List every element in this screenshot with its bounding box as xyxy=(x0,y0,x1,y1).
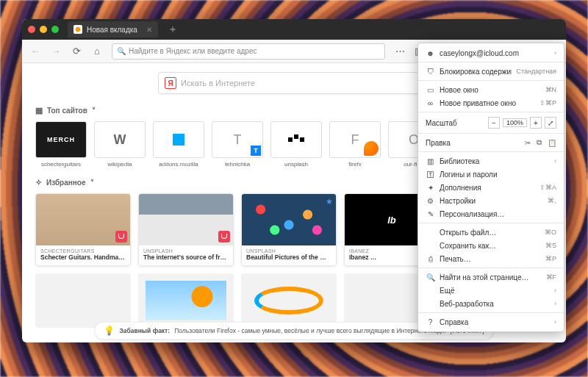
zoom-value: 100% xyxy=(503,118,527,127)
menu-shortcut: ⌘P xyxy=(545,255,556,262)
fact-text: Пользователи Firefox - самые умные, весё… xyxy=(174,327,446,334)
menu-addons[interactable]: ✦Дополнения⇧⌘A xyxy=(418,181,564,194)
card-title: The internet's source of freely … xyxy=(143,254,229,261)
highlight-card[interactable]: SCHECTERGUITARSSchecter Guitars. Handmad… xyxy=(35,193,131,266)
tile-label: wikipedia xyxy=(94,161,146,168)
zoom-window-button[interactable] xyxy=(51,26,59,33)
zoom-out-button[interactable]: − xyxy=(488,117,500,129)
printer-icon: ⎙ xyxy=(426,255,435,263)
tile-label: unsplash xyxy=(270,161,322,168)
menu-new-private[interactable]: ∞Новое приватное окно⇧⌘P xyxy=(418,96,564,109)
menu-label: Открыть файл… xyxy=(440,229,540,237)
tile-label: firefx xyxy=(329,161,381,168)
menu-label: Сохранить как… xyxy=(440,242,541,250)
menu-edit: Правка✂⧉📋 xyxy=(418,136,564,149)
highlight-card-placeholder[interactable] xyxy=(241,273,337,328)
lightbulb-icon: 💡 xyxy=(104,326,115,336)
help-icon: ? xyxy=(426,318,435,326)
menu-label: Правка xyxy=(426,139,519,147)
card-source: SCHECTERGUITARS xyxy=(40,248,126,254)
window-controls xyxy=(28,26,59,33)
menu-print[interactable]: ⎙Печать…⌘P xyxy=(418,252,564,265)
content-search-placeholder: Искать в Интернете xyxy=(181,79,255,87)
paste-button[interactable]: 📋 xyxy=(548,139,556,147)
menu-shortcut: ⌘F xyxy=(546,273,557,281)
address-bar[interactable]: 🔍 Найдите в Яндекс или введите адрес xyxy=(112,43,385,60)
highlight-card[interactable]: ★ UNSPLASHBeautiful Pictures of the Week… xyxy=(241,193,337,266)
close-window-button[interactable] xyxy=(28,26,35,33)
menu-content-blocking[interactable]: ⛉Блокировка содержимогоСтандартная xyxy=(418,65,564,78)
tile-label: tehnichka xyxy=(212,161,263,168)
chevron-right-icon: › xyxy=(554,157,556,165)
menu-shortcut: ⌘N xyxy=(545,86,557,93)
menu-account[interactable]: ☻caseylongx@icloud.com› xyxy=(418,46,564,60)
highlight-card-placeholder[interactable] xyxy=(138,273,234,328)
key-icon: ⚿ xyxy=(426,170,435,179)
menu-find[interactable]: 🔍Найти на этой странице…⌘F xyxy=(418,270,564,284)
content-search[interactable]: Я Искать в Интернете xyxy=(158,72,430,94)
paint-icon: ✎ xyxy=(426,210,435,218)
menu-label: Персонализация… xyxy=(440,210,556,218)
section-title: Топ сайтов xyxy=(47,107,87,115)
copy-button[interactable]: ⧉ xyxy=(537,138,542,147)
menu-shortcut: ⌘, xyxy=(548,197,556,204)
tile-thumb xyxy=(153,121,204,158)
tile-label: addons.mozilla xyxy=(153,161,204,168)
menu-label: Дополнения xyxy=(440,184,535,192)
highlight-card-placeholder[interactable] xyxy=(35,273,131,328)
highlight-card[interactable]: UNSPLASHThe internet's source of freely … xyxy=(138,193,234,266)
grid-icon: ▦ xyxy=(35,106,43,115)
close-tab-button[interactable]: ✕ xyxy=(146,26,152,34)
search-icon: 🔍 xyxy=(426,273,435,281)
menu-label: Справка xyxy=(440,318,550,326)
top-site-tile[interactable]: W wikipedia xyxy=(94,121,146,168)
menu-library[interactable]: ▥Библиотека› xyxy=(418,154,564,168)
top-site-tile[interactable]: MERCH schecterguitars xyxy=(35,121,87,168)
menu-customize[interactable]: ✎Персонализация… xyxy=(418,207,564,220)
menu-label: Блокировка содержимого xyxy=(440,68,512,76)
top-site-tile[interactable]: unsplash xyxy=(270,121,322,168)
card-title: Schecter Guitars. Handmade, … xyxy=(40,254,126,261)
menu-shortcut: ⇧⌘P xyxy=(539,99,556,107)
chevron-right-icon: › xyxy=(554,300,556,307)
tab-title: Новая вкладка xyxy=(87,26,137,34)
minimize-window-button[interactable] xyxy=(40,26,47,33)
menu-new-window[interactable]: ▭Новое окно⌘N xyxy=(418,83,564,96)
menu-label: Масштаб xyxy=(426,119,485,127)
forward-button[interactable]: → xyxy=(47,43,65,60)
menu-label: Новое приватное окно xyxy=(440,99,535,107)
cut-button[interactable]: ✂ xyxy=(525,139,531,147)
menu-preferences[interactable]: ⚙Настройки⌘, xyxy=(418,194,564,207)
app-menu: ☻caseylongx@icloud.com› ⛉Блокировка соде… xyxy=(417,43,564,332)
back-button[interactable]: ← xyxy=(26,43,44,60)
menu-more[interactable]: Ещё› xyxy=(418,284,564,297)
toolbar-icon[interactable]: ⋯ xyxy=(391,43,409,60)
top-site-tile[interactable]: TT tehnichka xyxy=(212,121,263,168)
top-site-tile[interactable]: F firefx xyxy=(329,121,381,168)
menu-label: Настройки xyxy=(440,197,543,205)
menu-shortcut: ⌘S xyxy=(545,242,556,249)
card-title: Beautiful Pictures of the Week… xyxy=(246,254,331,261)
reload-button[interactable]: ⟳ xyxy=(68,43,85,60)
menu-value: Стандартная xyxy=(516,68,556,75)
chevron-right-icon: › xyxy=(554,49,556,57)
browser-tab[interactable]: Новая вкладка ✕ xyxy=(68,21,158,37)
menu-logins[interactable]: ⚿Логины и пароли xyxy=(418,168,564,181)
card-source: UNSPLASH xyxy=(143,248,229,254)
menu-save-as[interactable]: Сохранить как…⌘S xyxy=(418,239,564,252)
new-tab-button[interactable]: ＋ xyxy=(165,22,180,37)
tile-thumb: F xyxy=(329,121,381,158)
card-source: UNSPLASH xyxy=(246,248,331,254)
menu-label: Новое окно xyxy=(440,86,541,94)
zoom-in-button[interactable]: + xyxy=(530,117,542,129)
menu-help[interactable]: ?Справка› xyxy=(418,315,564,328)
fullscreen-button[interactable]: ⤢ xyxy=(545,117,556,129)
menu-open-file[interactable]: Открыть файл…⌘O xyxy=(418,226,564,239)
home-button[interactable]: ⌂ xyxy=(88,43,106,60)
menu-webdev[interactable]: Веб-разработка› xyxy=(418,297,564,310)
top-site-tile[interactable]: addons.mozilla xyxy=(153,121,204,168)
menu-shortcut: ⇧⌘A xyxy=(539,184,556,191)
fact-prefix: Забавный факт: xyxy=(119,327,170,334)
card-image xyxy=(139,194,233,245)
chevron-right-icon: › xyxy=(554,287,556,294)
